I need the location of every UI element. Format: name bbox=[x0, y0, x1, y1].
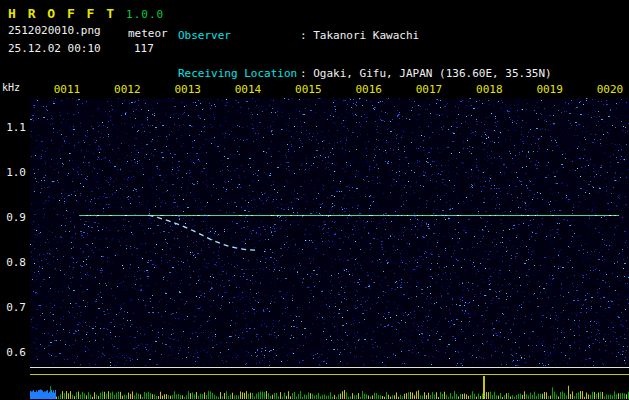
freq-tick-label: 1.1 bbox=[0, 121, 26, 134]
freq-tick-label: 0.9 bbox=[0, 211, 26, 224]
app-version: 1.0.0 bbox=[126, 8, 164, 21]
time-tick-label: 0017 bbox=[412, 83, 446, 96]
info-label: Observer bbox=[178, 30, 300, 43]
level-meter-canvas bbox=[30, 366, 629, 400]
freq-tick-label: 0.8 bbox=[0, 256, 26, 269]
app-title: H R O F F T1.0.0 bbox=[8, 3, 164, 22]
time-axis: 0011 0012 0013 0014 0015 0016 0017 0018 … bbox=[50, 83, 627, 96]
time-tick-label: 0019 bbox=[533, 83, 567, 96]
time-tick-label: 0018 bbox=[472, 83, 506, 96]
hrofft-output-window: H R O F F T1.0.0 2512020010.png meteor 2… bbox=[0, 0, 629, 400]
time-tick-label: 0011 bbox=[50, 83, 84, 96]
freq-tick-label: 0.6 bbox=[0, 346, 26, 359]
timestamp: 25.12.02 00:10 bbox=[8, 42, 101, 55]
echo-count: 117 bbox=[134, 42, 154, 55]
info-value: : Takanori Kawachi bbox=[300, 29, 419, 42]
spectrogram-canvas bbox=[30, 98, 629, 366]
info-value: : Ogaki, Gifu, JAPAN (136.60E, 35.35N) bbox=[300, 67, 552, 80]
time-tick-label: 0014 bbox=[231, 83, 265, 96]
freq-tick-label: 1.0 bbox=[0, 166, 26, 179]
filename: 2512020010.png bbox=[8, 24, 101, 37]
time-tick-label: 0016 bbox=[352, 83, 386, 96]
time-tick-label: 0020 bbox=[593, 83, 627, 96]
freq-unit-label: kHz bbox=[2, 82, 20, 93]
info-label: Receiving Location bbox=[178, 68, 300, 81]
time-tick-label: 0013 bbox=[171, 83, 205, 96]
info-row: Observer: Takanori Kawachi bbox=[178, 30, 552, 43]
info-row: Receiving Location: Ogaki, Gifu, JAPAN (… bbox=[178, 68, 552, 81]
time-tick-label: 0015 bbox=[291, 83, 325, 96]
freq-tick-label: 0.7 bbox=[0, 301, 26, 314]
mode-label: meteor bbox=[128, 27, 168, 40]
app-name: H R O F F T bbox=[8, 6, 116, 21]
time-tick-label: 0012 bbox=[110, 83, 144, 96]
